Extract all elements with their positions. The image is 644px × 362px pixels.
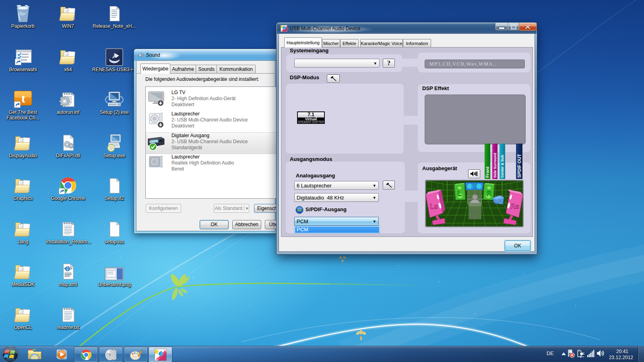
svg-text:Ls: Ls [430, 203, 438, 210]
svg-text:t: t [21, 92, 25, 105]
svg-text:C: C [471, 182, 477, 191]
svg-text:Rs: Rs [510, 203, 519, 210]
svg-text:R: R [487, 190, 491, 197]
svg-text:L: L [458, 190, 462, 197]
svg-text:S.W.: S.W. [494, 199, 503, 204]
svg-text:>: > [70, 266, 72, 271]
